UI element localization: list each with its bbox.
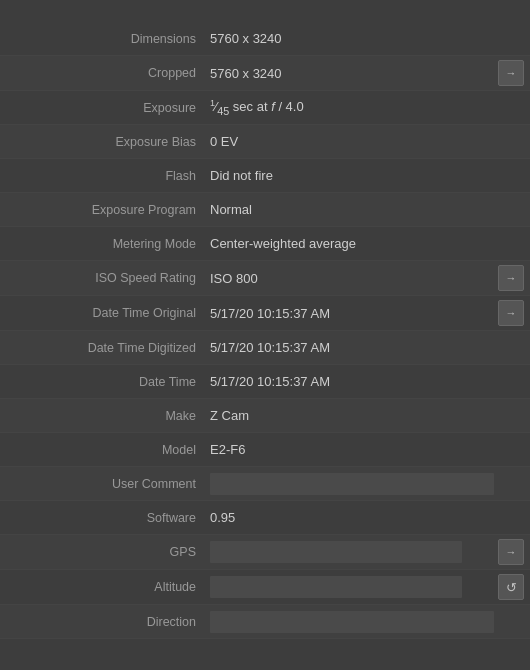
- value-dimensions: 5760 x 3240: [210, 31, 530, 46]
- label-gps: GPS: [0, 545, 210, 559]
- value-container-cropped: 5760 x 3240→: [210, 60, 530, 86]
- value-exposure: 1⁄45 sec at f / 4.0: [210, 98, 530, 117]
- value-container-direction: [210, 611, 530, 633]
- value-make: Z Cam: [210, 408, 530, 423]
- label-direction: Direction: [0, 615, 210, 629]
- value-iso-speed: ISO 800: [210, 271, 498, 286]
- value-container-make: Z Cam: [210, 408, 530, 423]
- value-container-exposure: 1⁄45 sec at f / 4.0: [210, 98, 530, 117]
- value-exposure-program: Normal: [210, 202, 530, 217]
- action-button-date-time-original[interactable]: →: [498, 300, 524, 326]
- row-direction: Direction: [0, 605, 530, 639]
- label-exposure-program: Exposure Program: [0, 203, 210, 217]
- empty-value-altitude: [210, 576, 462, 598]
- value-cropped: 5760 x 3240: [210, 66, 498, 81]
- exif-panel: Dimensions5760 x 3240Cropped5760 x 3240→…: [0, 0, 530, 670]
- row-iso-speed: ISO Speed RatingISO 800→: [0, 261, 530, 296]
- label-make: Make: [0, 409, 210, 423]
- value-container-date-time-original: 5/17/20 10:15:37 AM→: [210, 300, 530, 326]
- value-container-iso-speed: ISO 800→: [210, 265, 530, 291]
- value-container-gps: →: [210, 539, 530, 565]
- value-date-time-original: 5/17/20 10:15:37 AM: [210, 306, 498, 321]
- value-container-date-time: 5/17/20 10:15:37 AM: [210, 374, 530, 389]
- value-container-flash: Did not fire: [210, 168, 530, 183]
- action-button-cropped[interactable]: →: [498, 60, 524, 86]
- value-exposure-bias: 0 EV: [210, 134, 530, 149]
- value-date-time: 5/17/20 10:15:37 AM: [210, 374, 530, 389]
- panel-title: [0, 0, 530, 22]
- value-flash: Did not fire: [210, 168, 530, 183]
- value-container-model: E2-F6: [210, 442, 530, 457]
- empty-value-gps: [210, 541, 462, 563]
- value-container-dimensions: 5760 x 3240: [210, 31, 530, 46]
- label-metering-mode: Metering Mode: [0, 237, 210, 251]
- label-model: Model: [0, 443, 210, 457]
- value-container-user-comment: [210, 473, 530, 495]
- label-date-time: Date Time: [0, 375, 210, 389]
- empty-value-direction: [210, 611, 494, 633]
- label-altitude: Altitude: [0, 580, 210, 594]
- row-date-time-digitized: Date Time Digitized5/17/20 10:15:37 AM: [0, 331, 530, 365]
- empty-value-user-comment: [210, 473, 494, 495]
- action-button-iso-speed[interactable]: →: [498, 265, 524, 291]
- row-model: ModelE2-F6: [0, 433, 530, 467]
- value-metering-mode: Center-weighted average: [210, 236, 530, 251]
- label-cropped: Cropped: [0, 66, 210, 80]
- row-exposure: Exposure1⁄45 sec at f / 4.0: [0, 91, 530, 125]
- row-dimensions: Dimensions5760 x 3240: [0, 22, 530, 56]
- value-container-exposure-bias: 0 EV: [210, 134, 530, 149]
- row-metering-mode: Metering ModeCenter-weighted average: [0, 227, 530, 261]
- value-container-exposure-program: Normal: [210, 202, 530, 217]
- row-altitude: Altitude↺: [0, 570, 530, 605]
- label-flash: Flash: [0, 169, 210, 183]
- value-container-date-time-digitized: 5/17/20 10:15:37 AM: [210, 340, 530, 355]
- action-button-altitude[interactable]: ↺: [498, 574, 524, 600]
- label-date-time-original: Date Time Original: [0, 306, 210, 320]
- row-gps: GPS→: [0, 535, 530, 570]
- label-iso-speed: ISO Speed Rating: [0, 271, 210, 285]
- value-model: E2-F6: [210, 442, 530, 457]
- label-software: Software: [0, 511, 210, 525]
- row-make: MakeZ Cam: [0, 399, 530, 433]
- row-software: Software0.95: [0, 501, 530, 535]
- value-container-altitude: ↺: [210, 574, 530, 600]
- value-date-time-digitized: 5/17/20 10:15:37 AM: [210, 340, 530, 355]
- action-button-gps[interactable]: →: [498, 539, 524, 565]
- row-flash: FlashDid not fire: [0, 159, 530, 193]
- row-date-time-original: Date Time Original5/17/20 10:15:37 AM→: [0, 296, 530, 331]
- row-exposure-bias: Exposure Bias0 EV: [0, 125, 530, 159]
- row-user-comment: User Comment: [0, 467, 530, 501]
- label-user-comment: User Comment: [0, 477, 210, 491]
- label-dimensions: Dimensions: [0, 32, 210, 46]
- row-cropped: Cropped5760 x 3240→: [0, 56, 530, 91]
- row-date-time: Date Time5/17/20 10:15:37 AM: [0, 365, 530, 399]
- label-exposure: Exposure: [0, 101, 210, 115]
- label-exposure-bias: Exposure Bias: [0, 135, 210, 149]
- row-exposure-program: Exposure ProgramNormal: [0, 193, 530, 227]
- value-container-metering-mode: Center-weighted average: [210, 236, 530, 251]
- exif-rows: Dimensions5760 x 3240Cropped5760 x 3240→…: [0, 22, 530, 670]
- value-container-software: 0.95: [210, 510, 530, 525]
- label-date-time-digitized: Date Time Digitized: [0, 341, 210, 355]
- value-software: 0.95: [210, 510, 530, 525]
